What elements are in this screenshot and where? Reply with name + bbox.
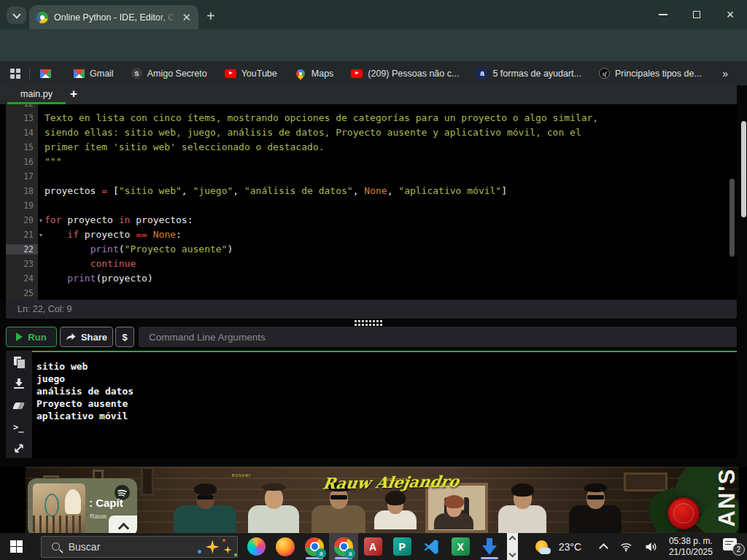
volume-icon[interactable]: [645, 542, 657, 552]
taskbar-copilot[interactable]: [241, 533, 271, 560]
bookmark-gmail[interactable]: Gmail: [74, 69, 114, 79]
code-line[interactable]: 14siendo ellas: sitio web, juego, anális…: [0, 125, 737, 140]
access-icon: A: [364, 537, 382, 556]
terminal-icon[interactable]: >_: [13, 421, 25, 433]
bookmarks-overflow-chevron[interactable]: »: [722, 68, 727, 79]
download-output-icon[interactable]: [13, 378, 25, 389]
page-scrollbar[interactable]: [741, 121, 746, 217]
bookmark-youtube[interactable]: YouTube: [225, 69, 277, 79]
bookmark-gmail-icon-only[interactable]: [40, 69, 56, 78]
close-icon: ×: [727, 8, 735, 21]
taskbar-publisher[interactable]: P: [387, 533, 417, 560]
ad-banner[interactable]: Rauw Alejandro PRESENTA BONAWI AN'S : Ca…: [26, 467, 739, 533]
code-line[interactable]: 13Texto en lista con cinco ítems, mostra…: [0, 111, 737, 125]
banner-person: [498, 488, 546, 533]
output-line: sitio web: [36, 360, 737, 373]
taskbar-downloads[interactable]: [475, 533, 504, 560]
bookmark-maps[interactable]: Maps: [295, 69, 334, 79]
apps-grid-icon[interactable]: [10, 69, 20, 79]
code-line[interactable]: 12: [0, 104, 737, 111]
taskbar-chrome-1[interactable]: a: [300, 533, 329, 560]
excel-icon: X: [452, 537, 470, 556]
restore-icon: [693, 11, 700, 18]
clock-time: 05:38 p. m.: [669, 536, 713, 547]
output-line: análisis de datos: [36, 385, 737, 397]
window-close-button[interactable]: ×: [713, 0, 747, 29]
taskbar-scroll-widget[interactable]: [507, 533, 518, 560]
sparkle-dot: [222, 539, 225, 542]
scroll-up-icon: [508, 536, 516, 543]
browser-tab[interactable]: Online Python - IDE, Editor, Con ✕: [29, 5, 198, 29]
web-page: main.py + 1213Texto en lista con cinco í…: [0, 85, 747, 467]
screen: Online Python - IDE, Editor, Con ✕ + × ←…: [0, 0, 747, 560]
code-editor[interactable]: 1213Texto en lista con cinco ítems, most…: [0, 104, 737, 300]
banner-person: [569, 488, 622, 533]
code-line[interactable]: 17: [0, 169, 737, 184]
tab-search-button[interactable]: [7, 7, 26, 24]
code-line[interactable]: 19: [0, 198, 737, 213]
collapse-chevron-button[interactable]: [109, 516, 137, 533]
tray-chevron-icon[interactable]: [599, 543, 608, 553]
new-tab-button[interactable]: +: [206, 8, 215, 25]
resize-handle[interactable]: [355, 320, 382, 326]
code-line[interactable]: 18proyectos = ["sitio web", "juego", "an…: [0, 184, 737, 198]
firefox-icon: [276, 537, 295, 556]
shell-button[interactable]: $: [115, 327, 134, 347]
banner-person: [374, 495, 417, 533]
taskbar-search[interactable]: Buscar: [41, 536, 238, 558]
taskbar-clock[interactable]: 05:38 p. m. 21/10/2025: [669, 536, 713, 557]
copilot-sparkle-icon: [224, 546, 232, 554]
code-line[interactable]: 16""": [0, 155, 737, 169]
bookmark-principales[interactable]: sfPrincipales tipos de...: [599, 68, 702, 79]
taskbar-firefox[interactable]: [271, 533, 300, 560]
code-line[interactable]: 25: [0, 286, 737, 300]
spotify-card-subtitle: Rauw: [90, 513, 107, 520]
start-button[interactable]: [0, 533, 33, 560]
code-line[interactable]: 22 print("Proyecto ausente"): [0, 242, 737, 257]
window-minimize-button[interactable]: [646, 0, 680, 29]
spotify-card[interactable]: : Capít Rauw: [28, 478, 137, 533]
tab-close-icon[interactable]: ✕: [182, 12, 191, 23]
code-line[interactable]: 15primer ítem 'sitio web' seleccionado o…: [0, 140, 737, 155]
code-line[interactable]: 20▾for proyecto in proyectos:: [0, 213, 737, 228]
bookmark-pessoas[interactable]: (209) Pessoas não c...: [351, 69, 459, 79]
chrome-icon: a: [305, 537, 324, 556]
share-button[interactable]: Share: [60, 327, 113, 347]
browser-toolbar: ← → online-python.com G ☆ a: [0, 29, 747, 61]
file-tab-mainpy[interactable]: main.py: [7, 85, 66, 104]
expand-output-icon[interactable]: [13, 443, 25, 454]
code-line[interactable]: 21▾ if proyecto == None:: [0, 228, 737, 242]
taskbar-chrome-2[interactable]: a: [329, 533, 358, 560]
new-file-button[interactable]: +: [70, 87, 77, 101]
wifi-icon[interactable]: [620, 542, 632, 552]
bookmark-amigo-secreto[interactable]: SAmigo Secreto: [131, 68, 207, 79]
copy-output-icon[interactable]: [13, 357, 25, 368]
clear-output-icon[interactable]: [13, 400, 25, 412]
taskbar-weather[interactable]: 23°C: [534, 539, 581, 555]
bookmarks-bar: Gmail SAmigo Secreto YouTube Maps (209) …: [0, 61, 747, 85]
spotify-card-title: : Capít: [89, 497, 123, 509]
window-restore-button[interactable]: [680, 0, 713, 29]
command-line-arguments-input[interactable]: [139, 327, 737, 347]
notification-center-button[interactable]: 2: [723, 538, 747, 556]
banner-shelf: [624, 472, 667, 491]
output-line: Proyecto ausente: [36, 397, 737, 410]
taskbar-access[interactable]: A: [358, 533, 387, 560]
code-line[interactable]: 24 print(proyecto): [0, 271, 737, 286]
bookmark-5-formas[interactable]: a5 formas de ayudart...: [476, 68, 581, 79]
notification-badge: 2: [732, 543, 745, 556]
taskbar-vscode[interactable]: [417, 533, 446, 560]
search-placeholder: Buscar: [69, 541, 101, 553]
clock-date: 21/10/2025: [669, 547, 713, 558]
chevron-up-icon: [117, 522, 129, 533]
code-lines: 1213Texto en lista con cinco ítems, most…: [0, 104, 737, 300]
copilot-icon: [247, 537, 266, 556]
taskbar-apps: a a A P X: [241, 533, 504, 560]
minimize-icon: [659, 14, 667, 15]
banner-person: [434, 499, 473, 533]
run-button[interactable]: Run: [6, 327, 57, 347]
output-console[interactable]: sitio webjuegoanálisis de datosProyecto …: [32, 351, 737, 458]
editor-scrollbar[interactable]: [729, 179, 735, 257]
code-line[interactable]: 23 continue: [0, 257, 737, 271]
taskbar-excel[interactable]: X: [446, 533, 475, 560]
